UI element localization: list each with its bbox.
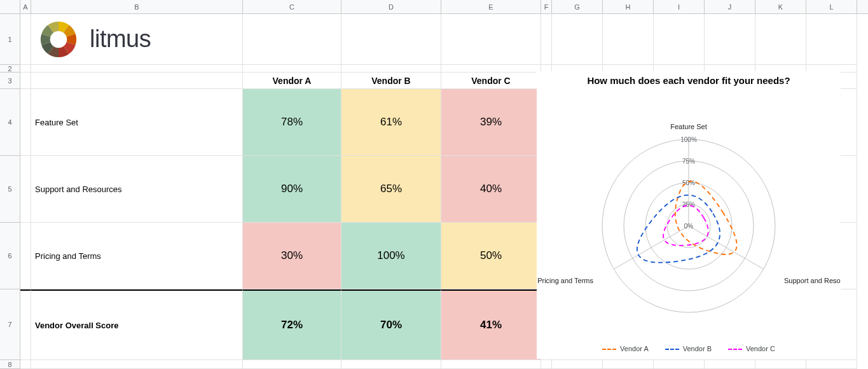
col-header-F[interactable]: F: [541, 0, 552, 13]
cell-L7[interactable]: [806, 289, 857, 360]
cell-E6[interactable]: 50%: [441, 223, 541, 289]
row-header-4[interactable]: 4: [0, 89, 20, 156]
cell-D7[interactable]: 70%: [341, 289, 441, 360]
cell-C1[interactable]: [243, 14, 341, 65]
cell-B8[interactable]: [31, 360, 243, 369]
cell-F4[interactable]: [541, 89, 552, 156]
cell-E8[interactable]: [441, 360, 541, 369]
cell-B1-logo[interactable]: litmus: [31, 14, 243, 65]
cell-G8[interactable]: [552, 360, 603, 369]
cell-L8[interactable]: [806, 360, 857, 369]
cell-H5[interactable]: [603, 156, 654, 223]
cell-J2[interactable]: [705, 65, 755, 73]
row-header-5[interactable]: 5: [0, 156, 20, 223]
cell-B3[interactable]: [31, 73, 243, 89]
cell-J4[interactable]: [705, 89, 755, 156]
cell-J7[interactable]: [705, 289, 755, 360]
col-header-L[interactable]: L: [806, 0, 857, 13]
col-header-H[interactable]: H: [603, 0, 654, 13]
cell-A6[interactable]: [20, 223, 31, 289]
cell-J8[interactable]: [705, 360, 755, 369]
cell-L4[interactable]: [806, 89, 857, 156]
cell-E4[interactable]: 39%: [441, 89, 541, 156]
cell-D4[interactable]: 61%: [341, 89, 441, 156]
cell-A3[interactable]: [20, 73, 31, 89]
row-header-6[interactable]: 6: [0, 223, 20, 289]
cell-K4[interactable]: [755, 89, 806, 156]
cell-H2[interactable]: [603, 65, 654, 73]
cell-E3-header[interactable]: Vendor C: [441, 73, 541, 89]
cell-K6[interactable]: [755, 223, 806, 289]
select-all-corner[interactable]: [0, 0, 20, 13]
cell-J1[interactable]: [705, 14, 755, 65]
cell-D8[interactable]: [341, 360, 441, 369]
cell-J3[interactable]: [705, 73, 755, 89]
cell-K7[interactable]: [755, 289, 806, 360]
cell-C7[interactable]: 72%: [243, 289, 341, 360]
row-header-8[interactable]: 8: [0, 360, 20, 369]
cell-I1[interactable]: [654, 14, 705, 65]
cell-A7[interactable]: [20, 289, 31, 360]
cell-C6[interactable]: 30%: [243, 223, 341, 289]
cell-A4[interactable]: [20, 89, 31, 156]
cell-F8[interactable]: [541, 360, 552, 369]
cell-L2[interactable]: [806, 65, 857, 73]
cell-B4-label[interactable]: Feature Set: [31, 89, 243, 156]
cell-B5-label[interactable]: Support and Resources: [31, 156, 243, 223]
cell-G3[interactable]: [552, 73, 603, 89]
cell-I5[interactable]: [654, 156, 705, 223]
cell-F3[interactable]: [541, 73, 552, 89]
col-header-G[interactable]: G: [552, 0, 603, 13]
cell-K8[interactable]: [755, 360, 806, 369]
cell-F1[interactable]: [541, 14, 552, 65]
cell-C8[interactable]: [243, 360, 341, 369]
cell-J6[interactable]: [705, 223, 755, 289]
cell-K2[interactable]: [755, 65, 806, 73]
cell-D5[interactable]: 65%: [341, 156, 441, 223]
cell-I2[interactable]: [654, 65, 705, 73]
cell-C5[interactable]: 90%: [243, 156, 341, 223]
col-header-J[interactable]: J: [705, 0, 755, 13]
cell-B7-label[interactable]: Vendor Overall Score: [31, 289, 243, 360]
cell-L6[interactable]: [806, 223, 857, 289]
cell-I6[interactable]: [654, 223, 705, 289]
cell-J5[interactable]: [705, 156, 755, 223]
cell-K3[interactable]: [755, 73, 806, 89]
cell-G4[interactable]: [552, 89, 603, 156]
col-header-A[interactable]: A: [20, 0, 31, 13]
cell-A1[interactable]: [20, 14, 31, 65]
cell-D3-header[interactable]: Vendor B: [341, 73, 441, 89]
cell-H8[interactable]: [603, 360, 654, 369]
cell-C3-header[interactable]: Vendor A: [243, 73, 341, 89]
cell-A2[interactable]: [20, 65, 31, 73]
cell-H4[interactable]: [603, 89, 654, 156]
cell-L1[interactable]: [806, 14, 857, 65]
cell-K1[interactable]: [755, 14, 806, 65]
cell-G7[interactable]: [552, 289, 603, 360]
col-header-I[interactable]: I: [654, 0, 705, 13]
cell-B2[interactable]: [31, 65, 243, 73]
cell-I8[interactable]: [654, 360, 705, 369]
col-header-D[interactable]: D: [341, 0, 441, 13]
cell-G1[interactable]: [552, 14, 603, 65]
cell-A5[interactable]: [20, 156, 31, 223]
cell-H7[interactable]: [603, 289, 654, 360]
cell-F5[interactable]: [541, 156, 552, 223]
cell-H3[interactable]: [603, 73, 654, 89]
cell-E2[interactable]: [441, 65, 541, 73]
cell-K5[interactable]: [755, 156, 806, 223]
cell-E5[interactable]: 40%: [441, 156, 541, 223]
cell-H6[interactable]: [603, 223, 654, 289]
cell-F7[interactable]: [541, 289, 552, 360]
col-header-K[interactable]: K: [755, 0, 806, 13]
col-header-E[interactable]: E: [441, 0, 541, 13]
cell-D1[interactable]: [341, 14, 441, 65]
cell-H1[interactable]: [603, 14, 654, 65]
row-header-7[interactable]: 7: [0, 289, 20, 360]
cell-D2[interactable]: [341, 65, 441, 73]
col-header-B[interactable]: B: [31, 0, 243, 13]
row-header-2[interactable]: 2: [0, 65, 20, 73]
cell-F2[interactable]: [541, 65, 552, 73]
cell-I4[interactable]: [654, 89, 705, 156]
cell-A8[interactable]: [20, 360, 31, 369]
